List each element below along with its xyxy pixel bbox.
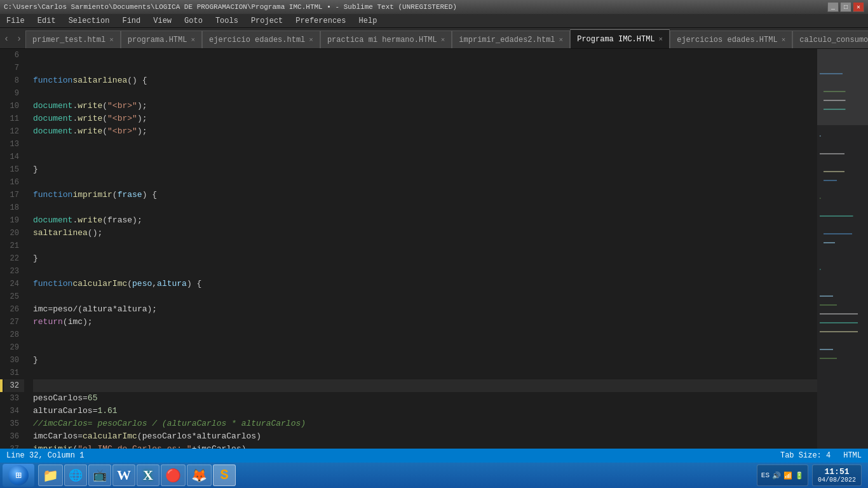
statusbar-right: Tab Size: 4 HTML [780,451,862,460]
code-area[interactable]: function saltarlinea() { document.write(… [29,49,817,449]
line-number-21: 21 [4,240,24,252]
code-line-14 [33,151,817,163]
tab-close-1[interactable]: × [191,36,195,44]
code-line-7 [33,62,817,74]
media-icon: 📺 [93,468,107,482]
tab-close-6[interactable]: × [782,36,786,44]
code-line-22: } [33,252,817,265]
menu-item-file[interactable]: File [0,14,31,27]
code-line-17: function imprimir(frase) { [33,189,817,201]
ie-icon: 🌐 [69,468,83,482]
menu-item-view[interactable]: View [147,14,178,27]
tab-3[interactable]: practica mi hermano.HTML× [320,30,452,48]
system-tray: ES 🔊 📶 🔋 [757,464,808,486]
gutter-mark-9 [0,87,3,100]
tab-next-button[interactable]: › [13,28,25,48]
line-number-28: 28 [4,329,24,341]
tabsbar: ‹ › primer_test.html×programa.HTML×ejerc… [0,28,868,49]
clock-date: 04/08/2022 [818,477,856,484]
titlebar-controls[interactable]: _ □ ✕ [827,2,864,12]
menu-item-goto[interactable]: Goto [178,14,209,27]
start-button[interactable]: ⊞ [3,464,34,487]
menu-item-selection[interactable]: Selection [62,14,116,27]
line-number-34: 34 [4,405,24,417]
gutter-mark-19 [0,214,3,227]
taskbar-explorer[interactable]: 📁 [38,464,63,486]
line-number-7: 7 [4,62,24,74]
line-number-29: 29 [4,341,24,354]
gutter-mark-22 [0,252,3,265]
gutter-mark-14 [0,151,3,163]
tab-close-4[interactable]: × [559,36,564,44]
gutter-mark-12 [0,125,3,138]
statusbar-position: Line 32, Column 1 [6,451,84,460]
line-number-8: 8 [4,74,24,87]
menu-item-find[interactable]: Find [116,14,147,27]
code-line-6 [33,49,817,62]
code-line-30: } [33,354,817,367]
line-number-25: 25 [4,290,24,303]
taskbar-chrome[interactable]: 🔴 [161,464,186,486]
tab-1[interactable]: programa.HTML× [121,30,202,48]
tab-0[interactable]: primer_test.html× [25,30,121,48]
line-number-19: 19 [4,214,24,227]
sublime-icon: S [220,468,228,484]
speaker-icon: 🔊 [772,471,781,480]
clock[interactable]: 11:51 04/08/2022 [812,464,862,486]
line-number-10: 10 [4,100,24,112]
firefox-icon: 🦊 [191,468,207,484]
code-line-27: return(imc); [33,316,817,329]
maximize-button[interactable]: □ [840,2,851,12]
gutter-mark-21 [0,240,3,252]
line-numbers: 6789101112131415161718192021222324252627… [4,49,29,449]
tab-prev-button[interactable]: ‹ [0,28,13,48]
gutter-mark-11 [0,112,3,125]
menu-item-tools[interactable]: Tools [209,14,245,27]
line-number-30: 30 [4,354,24,367]
menu-item-preferences[interactable]: Preferences [289,14,352,27]
tab-4[interactable]: imprimir_edades2.html× [452,30,570,48]
code-line-32 [33,379,817,392]
menu-item-project[interactable]: Project [245,14,289,27]
menu-item-edit[interactable]: Edit [31,14,62,27]
menu-item-help[interactable]: Help [353,14,384,27]
tab-2[interactable]: ejercicio edades.html× [202,30,320,48]
taskbar-word[interactable]: W [112,464,135,486]
gutter-mark-28 [0,329,3,341]
line-number-37: 37 [4,443,24,449]
tab-close-2[interactable]: × [309,36,313,44]
taskbar-firefox[interactable]: 🦊 [187,464,212,486]
menubar: FileEditSelectionFindViewGotoToolsProjec… [0,14,868,28]
line-number-16: 16 [4,176,24,189]
taskbar-media[interactable]: 📺 [88,464,111,486]
gutter-mark-35 [0,417,3,430]
line-number-32: 32 [4,379,24,392]
line-number-33: 33 [4,392,24,405]
network-icon: 📶 [783,471,792,480]
line-number-24: 24 [4,278,24,290]
minimize-button[interactable]: _ [827,2,839,12]
line-number-31: 31 [4,367,24,379]
code-line-34: alturaCarlos= 1.61 [33,405,817,417]
tab-close-5[interactable]: × [659,36,663,43]
gutter-mark-29 [0,341,3,354]
line-number-20: 20 [4,227,24,240]
line-number-23: 23 [4,265,24,278]
tab-close-0[interactable]: × [109,36,114,44]
tab-7[interactable]: calculo_consumo.html× [792,30,868,48]
code-line-9 [33,87,817,100]
code-line-24: function calcularImc(peso,altura) { [33,278,817,290]
gutter-mark-17 [0,189,3,201]
line-number-27: 27 [4,316,24,329]
taskbar-ie[interactable]: 🌐 [64,464,87,486]
close-button[interactable]: ✕ [853,2,864,12]
tab-5[interactable]: Programa IMC.HTML× [570,29,670,48]
code-line-15: } [33,163,817,176]
tab-6[interactable]: ejercicios edades.HTML× [670,30,792,48]
tab-close-3[interactable]: × [441,36,445,44]
code-line-19: document.write(frase); [33,214,817,227]
word-icon: W [117,467,131,484]
taskbar-excel[interactable]: X [137,464,159,486]
statusbar-tabsize: Tab Size: 4 [780,451,831,460]
taskbar-sublime[interactable]: S [213,464,236,486]
